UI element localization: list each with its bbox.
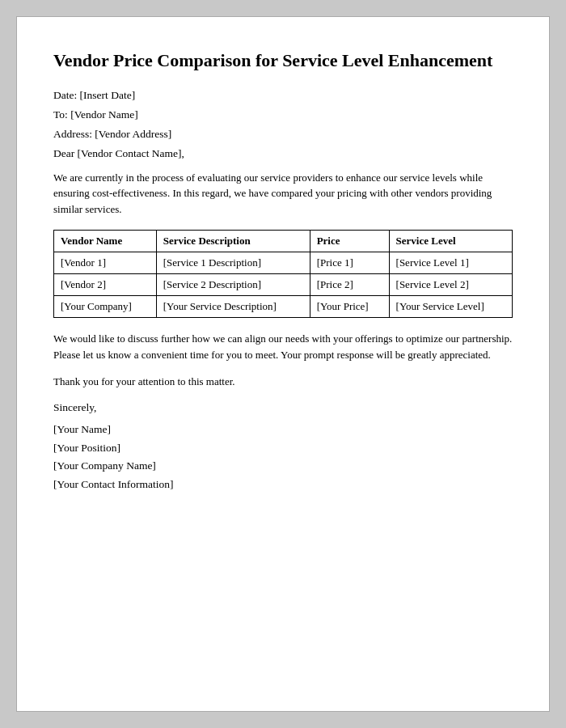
address-line: Address: [Vendor Address]	[53, 128, 513, 141]
sincerely-text: Sincerely,	[53, 401, 513, 414]
table-cell-0-2: [Price 1]	[310, 252, 389, 274]
table-cell-2-0: [Your Company]	[54, 296, 157, 318]
table-cell-1-2: [Price 2]	[310, 274, 389, 296]
to-line: To: [Vendor Name]	[53, 108, 513, 121]
table-row: [Vendor 1][Service 1 Description][Price …	[54, 252, 513, 274]
table-cell-2-3: [Your Service Level]	[389, 296, 512, 318]
table-cell-2-1: [Your Service Description]	[156, 296, 310, 318]
table-cell-0-0: [Vendor 1]	[54, 252, 157, 274]
date-line: Date: [Insert Date]	[53, 89, 513, 102]
col-header-service-desc: Service Description	[156, 231, 310, 252]
document-title: Vendor Price Comparison for Service Leve…	[53, 49, 513, 73]
salutation: Dear [Vendor Contact Name],	[53, 147, 513, 160]
signature-company: [Your Company Name]	[53, 457, 513, 476]
comparison-table-wrapper: Vendor Name Service Description Price Se…	[53, 230, 513, 318]
signature-contact: [Your Contact Information]	[53, 476, 513, 494]
signature-name: [Your Name]	[53, 421, 513, 439]
table-cell-2-2: [Your Price]	[310, 296, 389, 318]
paragraph-2: We would like to discuss further how we …	[53, 331, 513, 362]
paragraph-1: We are currently in the process of evalu…	[53, 170, 513, 218]
table-cell-1-0: [Vendor 2]	[54, 274, 157, 296]
table-cell-0-1: [Service 1 Description]	[156, 252, 310, 274]
table-cell-0-3: [Service Level 1]	[389, 252, 512, 274]
signature-block: [Your Name] [Your Position] [Your Compan…	[53, 421, 513, 495]
col-header-price: Price	[310, 231, 389, 252]
table-cell-1-1: [Service 2 Description]	[156, 274, 310, 296]
col-header-service-level: Service Level	[389, 231, 512, 252]
signature-position: [Your Position]	[53, 439, 513, 458]
col-header-vendor: Vendor Name	[54, 231, 157, 252]
table-cell-1-3: [Service Level 2]	[389, 274, 512, 296]
table-header-row: Vendor Name Service Description Price Se…	[54, 231, 513, 252]
document-container: Vendor Price Comparison for Service Leve…	[16, 16, 550, 712]
table-row: [Your Company][Your Service Description]…	[54, 296, 513, 318]
paragraph-3: Thank you for your attention to this mat…	[53, 374, 513, 390]
table-body: [Vendor 1][Service 1 Description][Price …	[54, 252, 513, 318]
table-row: [Vendor 2][Service 2 Description][Price …	[54, 274, 513, 296]
comparison-table: Vendor Name Service Description Price Se…	[53, 230, 513, 318]
